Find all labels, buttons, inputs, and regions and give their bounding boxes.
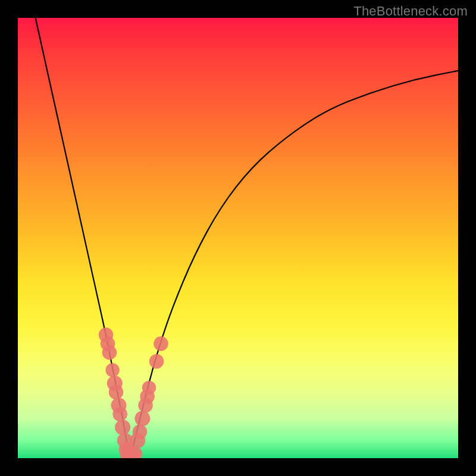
data-marker (133, 424, 148, 439)
markers-group (99, 328, 168, 459)
data-marker (134, 411, 150, 426)
data-marker (109, 385, 124, 400)
watermark-text: TheBottleneck.com (353, 4, 468, 19)
data-marker (149, 354, 164, 369)
data-marker (142, 381, 156, 394)
data-marker (154, 336, 168, 351)
data-marker (105, 363, 119, 377)
data-marker (115, 419, 130, 435)
curve-right (130, 71, 458, 458)
data-marker (102, 345, 117, 360)
data-marker (112, 407, 127, 422)
plot-area (18, 18, 458, 458)
chart-svg (18, 18, 458, 458)
chart-frame: TheBottleneck.com (0, 0, 476, 476)
